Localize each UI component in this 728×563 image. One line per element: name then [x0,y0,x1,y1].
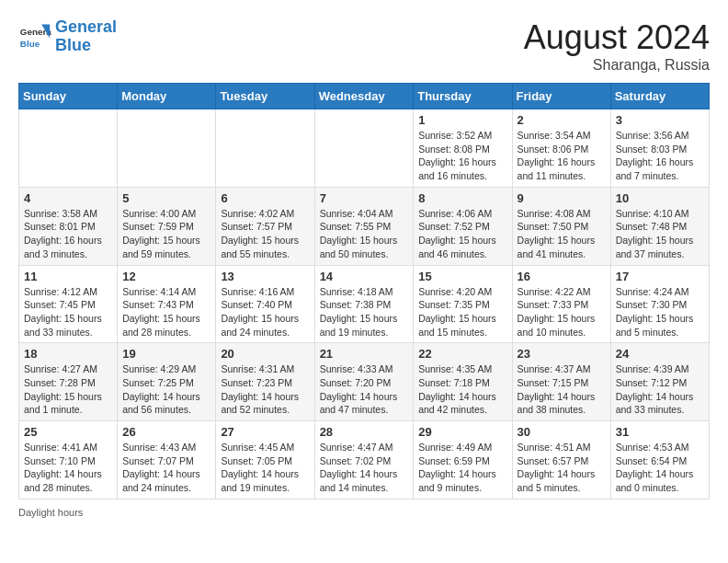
calendar-cell: 6Sunrise: 4:02 AM Sunset: 7:57 PM Daylig… [216,187,314,265]
calendar-week-2: 4Sunrise: 3:58 AM Sunset: 8:01 PM Daylig… [19,187,710,265]
day-info: Sunrise: 4:51 AM Sunset: 6:57 PM Dayligh… [518,441,606,495]
calendar-cell: 26Sunrise: 4:43 AM Sunset: 7:07 PM Dayli… [118,421,216,500]
calendar-week-3: 11Sunrise: 4:12 AM Sunset: 7:45 PM Dayli… [19,265,710,343]
calendar-cell: 10Sunrise: 4:10 AM Sunset: 7:48 PM Dayli… [610,187,709,265]
day-info: Sunrise: 3:54 AM Sunset: 8:06 PM Dayligh… [518,129,606,183]
day-info: Sunrise: 4:18 AM Sunset: 7:38 PM Dayligh… [320,285,409,339]
calendar-cell: 7Sunrise: 4:04 AM Sunset: 7:55 PM Daylig… [314,187,414,265]
day-info: Sunrise: 4:24 AM Sunset: 7:30 PM Dayligh… [616,285,704,339]
calendar-cell: 25Sunrise: 4:41 AM Sunset: 7:10 PM Dayli… [19,421,118,500]
page-header: General Blue GeneralBlue August 2024 Sha… [18,18,710,74]
calendar-cell: 28Sunrise: 4:47 AM Sunset: 7:02 PM Dayli… [314,421,414,500]
day-info: Sunrise: 4:53 AM Sunset: 6:54 PM Dayligh… [616,441,704,495]
calendar-week-5: 25Sunrise: 4:41 AM Sunset: 7:10 PM Dayli… [19,421,710,500]
daylight-label: Daylight hours [18,507,83,518]
day-number: 13 [221,270,309,283]
svg-text:Blue: Blue [20,39,40,49]
day-info: Sunrise: 4:43 AM Sunset: 7:07 PM Dayligh… [122,441,210,495]
calendar-cell: 20Sunrise: 4:31 AM Sunset: 7:23 PM Dayli… [216,343,314,421]
day-info: Sunrise: 4:29 AM Sunset: 7:25 PM Dayligh… [122,362,210,417]
col-header-wednesday: Wednesday [314,84,414,109]
day-info: Sunrise: 4:35 AM Sunset: 7:18 PM Dayligh… [418,362,506,417]
location: Sharanga, Russia [524,57,710,74]
calendar-cell: 30Sunrise: 4:51 AM Sunset: 6:57 PM Dayli… [512,421,610,500]
col-header-friday: Friday [512,84,610,109]
col-header-thursday: Thursday [414,84,512,109]
day-info: Sunrise: 4:27 AM Sunset: 7:28 PM Dayligh… [24,362,112,417]
calendar: SundayMondayTuesdayWednesdayThursdayFrid… [18,83,710,500]
day-info: Sunrise: 4:37 AM Sunset: 7:15 PM Dayligh… [518,362,606,417]
day-number: 21 [320,347,409,361]
calendar-cell [314,109,414,188]
day-number: 4 [24,191,112,205]
day-number: 15 [418,270,506,283]
col-header-sunday: Sunday [19,84,118,109]
title-block: August 2024 Sharanga, Russia [524,18,710,74]
calendar-cell: 18Sunrise: 4:27 AM Sunset: 7:28 PM Dayli… [19,343,118,421]
day-number: 11 [24,270,112,283]
day-info: Sunrise: 4:45 AM Sunset: 7:05 PM Dayligh… [221,441,309,495]
day-number: 25 [24,425,112,439]
calendar-cell: 31Sunrise: 4:53 AM Sunset: 6:54 PM Dayli… [610,421,709,500]
calendar-cell: 1Sunrise: 3:52 AM Sunset: 8:08 PM Daylig… [414,109,512,188]
day-number: 14 [320,270,409,283]
day-number: 17 [616,270,704,283]
day-info: Sunrise: 4:06 AM Sunset: 7:52 PM Dayligh… [418,207,506,261]
day-info: Sunrise: 4:47 AM Sunset: 7:02 PM Dayligh… [320,441,409,495]
day-number: 9 [518,191,606,205]
day-info: Sunrise: 4:10 AM Sunset: 7:48 PM Dayligh… [616,207,704,261]
calendar-cell: 27Sunrise: 4:45 AM Sunset: 7:05 PM Dayli… [216,421,314,500]
day-info: Sunrise: 4:31 AM Sunset: 7:23 PM Dayligh… [221,362,309,417]
day-number: 12 [122,270,210,283]
day-info: Sunrise: 4:12 AM Sunset: 7:45 PM Dayligh… [24,285,112,339]
calendar-cell: 14Sunrise: 4:18 AM Sunset: 7:38 PM Dayli… [314,265,414,343]
day-info: Sunrise: 4:04 AM Sunset: 7:55 PM Dayligh… [320,207,409,261]
day-info: Sunrise: 4:22 AM Sunset: 7:33 PM Dayligh… [518,285,606,339]
calendar-cell: 3Sunrise: 3:56 AM Sunset: 8:03 PM Daylig… [610,109,709,188]
col-header-tuesday: Tuesday [216,84,314,109]
calendar-cell: 22Sunrise: 4:35 AM Sunset: 7:18 PM Dayli… [414,343,512,421]
day-number: 2 [518,113,606,127]
logo-icon: General Blue [18,20,51,53]
day-number: 5 [122,191,210,205]
calendar-cell: 4Sunrise: 3:58 AM Sunset: 8:01 PM Daylig… [19,187,118,265]
day-number: 1 [418,113,506,127]
calendar-cell [216,109,314,188]
day-number: 31 [616,425,704,439]
calendar-cell: 12Sunrise: 4:14 AM Sunset: 7:43 PM Dayli… [118,265,216,343]
day-info: Sunrise: 4:49 AM Sunset: 6:59 PM Dayligh… [418,441,506,495]
day-info: Sunrise: 4:02 AM Sunset: 7:57 PM Dayligh… [221,207,309,261]
footer: Daylight hours [18,507,710,518]
calendar-cell [19,109,118,188]
calendar-cell: 8Sunrise: 4:06 AM Sunset: 7:52 PM Daylig… [414,187,512,265]
day-info: Sunrise: 4:20 AM Sunset: 7:35 PM Dayligh… [418,285,506,339]
calendar-cell: 2Sunrise: 3:54 AM Sunset: 8:06 PM Daylig… [512,109,610,188]
calendar-cell: 11Sunrise: 4:12 AM Sunset: 7:45 PM Dayli… [19,265,118,343]
calendar-cell: 23Sunrise: 4:37 AM Sunset: 7:15 PM Dayli… [512,343,610,421]
day-number: 24 [616,347,704,361]
day-number: 28 [320,425,409,439]
calendar-cell: 29Sunrise: 4:49 AM Sunset: 6:59 PM Dayli… [414,421,512,500]
day-number: 3 [616,113,704,127]
col-header-monday: Monday [118,84,216,109]
day-info: Sunrise: 4:08 AM Sunset: 7:50 PM Dayligh… [518,207,606,261]
calendar-cell [118,109,216,188]
day-number: 29 [418,425,506,439]
col-header-saturday: Saturday [610,84,709,109]
day-number: 20 [221,347,309,361]
calendar-cell: 17Sunrise: 4:24 AM Sunset: 7:30 PM Dayli… [610,265,709,343]
day-number: 18 [24,347,112,361]
calendar-cell: 21Sunrise: 4:33 AM Sunset: 7:20 PM Dayli… [314,343,414,421]
calendar-cell: 19Sunrise: 4:29 AM Sunset: 7:25 PM Dayli… [118,343,216,421]
calendar-cell: 13Sunrise: 4:16 AM Sunset: 7:40 PM Dayli… [216,265,314,343]
day-number: 30 [518,425,606,439]
calendar-week-1: 1Sunrise: 3:52 AM Sunset: 8:08 PM Daylig… [19,109,710,188]
day-number: 19 [122,347,210,361]
day-number: 26 [122,425,210,439]
day-number: 10 [616,191,704,205]
day-info: Sunrise: 3:58 AM Sunset: 8:01 PM Dayligh… [24,207,112,261]
calendar-header-row: SundayMondayTuesdayWednesdayThursdayFrid… [19,84,710,109]
calendar-cell: 16Sunrise: 4:22 AM Sunset: 7:33 PM Dayli… [512,265,610,343]
day-number: 23 [518,347,606,361]
day-info: Sunrise: 4:39 AM Sunset: 7:12 PM Dayligh… [616,362,704,417]
